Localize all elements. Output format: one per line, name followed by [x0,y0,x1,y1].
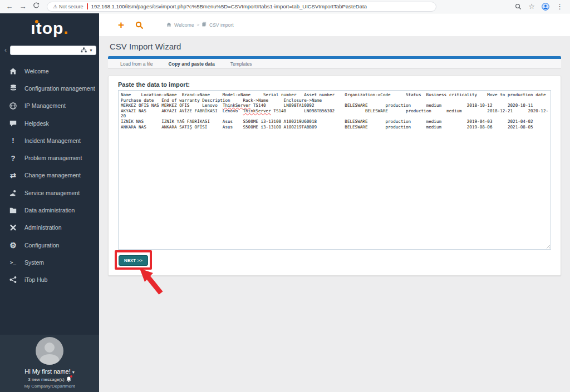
database-icon [8,85,18,92]
url-text: 192.168.1.100/itsm/pages/csvimport.php?c… [91,3,367,9]
refresh-icon[interactable] [31,2,41,11]
folder-icon [8,207,18,214]
breadcrumb-csv-import[interactable]: CSV import [209,22,233,28]
sidebar-item-configuration[interactable]: ⚙ Configuration [0,236,99,254]
user-caret-icon: ▾ [72,370,75,375]
new-messages[interactable]: 3 new message(s) [0,376,99,382]
chevron-down-icon: ▼ [89,48,93,52]
not-secure-badge[interactable]: ⚠ Not secure [53,4,83,9]
sidebar-item-data-administration[interactable]: Data administration [0,201,99,219]
logo-i-dot [35,20,38,23]
home-icon [8,68,18,75]
sidebar-item-welcome[interactable]: Welcome [0,62,99,80]
breadcrumb-home-icon [166,22,171,28]
tools-icon [8,224,18,231]
messages-count: 3 new message(s) [28,377,64,382]
forward-icon[interactable]: → [18,2,28,11]
url-divider [87,3,88,9]
comment-icon [8,120,18,127]
itop-logo[interactable]: ıtop. [0,13,99,41]
app-toolbar: + Welcome > CSV import [99,13,570,36]
gear-icon: ⚙ [8,241,18,250]
paste-panel: Paste the data to import: Name Location-… [108,76,561,276]
create-new-button[interactable]: + [118,19,124,30]
sidebar: ıtop. ‹ ▼ Welcome Configuration manageme… [0,13,99,392]
csv-textarea[interactable]: Name Location->Name Brand->Name Model->N… [118,90,551,250]
sidebar-item-incident-management[interactable]: ! Incident Management [0,132,99,149]
global-search-icon[interactable] [135,21,143,29]
user-greeting: Hi My first name! [24,368,71,375]
exchange-arrows-icon: ⇄ [8,171,18,180]
page-title: CSV Import Wizard [110,42,561,51]
tab-copy-and-paste[interactable]: Copy and paste data [161,59,223,68]
not-secure-label: Not secure [59,4,83,9]
hand-icon [8,190,18,196]
browser-menu-icon[interactable]: ⋮ [556,2,563,11]
tab-load-from-file[interactable]: Load from a file [112,59,161,68]
logo-dot: . [63,19,68,37]
user-section: Hi My first name! ▾ 3 new message(s) My … [0,335,99,392]
breadcrumb-separator: > [196,22,199,27]
organization-selector[interactable]: ▼ [10,46,96,55]
exclamation-icon: ! [8,136,18,145]
csv-text: Name Location->Name Brand->Name Model->N… [121,92,548,130]
browser-toolbar: ← → ⚠ Not secure 192.168.1.100/itsm/page… [0,0,570,13]
share-icon [8,276,18,283]
sidebar-item-ip-management[interactable]: IP Management [0,97,99,115]
address-bar[interactable]: ⚠ Not secure 192.168.1.100/itsm/pages/cs… [47,2,436,12]
sidebar-item-administration[interactable]: Administration [0,219,99,236]
zoom-icon[interactable] [515,3,522,10]
bell-icon [66,376,71,382]
bookmark-star-icon[interactable]: ☆ [528,2,535,11]
organization-search-input[interactable] [13,47,78,53]
user-menu[interactable]: Hi My first name! ▾ [0,368,99,375]
sidebar-item-helpdesk[interactable]: Helpdesk [0,115,99,132]
globe-icon [8,102,18,110]
breadcrumb-welcome[interactable]: Welcome [174,22,194,28]
sidebar-collapse-icon[interactable]: ‹ [4,46,7,54]
sidebar-item-change-management[interactable]: ⇄ Change management [0,167,99,184]
back-icon[interactable]: ← [4,2,14,11]
profile-avatar-icon[interactable] [542,3,549,11]
annotation-arrow [137,267,164,295]
paste-data-label: Paste the data to import: [118,81,551,88]
sidebar-item-itop-hub[interactable]: iTop Hub [0,271,99,289]
terminal-icon: >_ [8,260,18,265]
user-organization: My Company/Department [0,384,99,389]
breadcrumb-page-icon [202,22,207,28]
warning-icon: ⚠ [53,4,57,9]
sidebar-item-service-management[interactable]: Service management [0,184,99,201]
user-avatar[interactable] [36,337,63,365]
tabstrip: Load from a file Copy and paste data Tem… [108,59,561,69]
breadcrumb: Welcome > CSV import [166,22,233,28]
tab-templates[interactable]: Templates [223,59,260,68]
sitemap-icon [81,45,87,55]
sidebar-item-system[interactable]: >_ System [0,254,99,271]
next-button[interactable]: NEXT >> [119,255,148,266]
resize-grip[interactable] [545,244,550,249]
sidebar-item-configuration-management[interactable]: Configuration management [0,80,99,97]
sidebar-menu: Welcome Configuration management IP Mana… [0,62,99,289]
sidebar-item-problem-management[interactable]: ? Problem management [0,149,99,166]
question-icon: ? [8,154,18,162]
